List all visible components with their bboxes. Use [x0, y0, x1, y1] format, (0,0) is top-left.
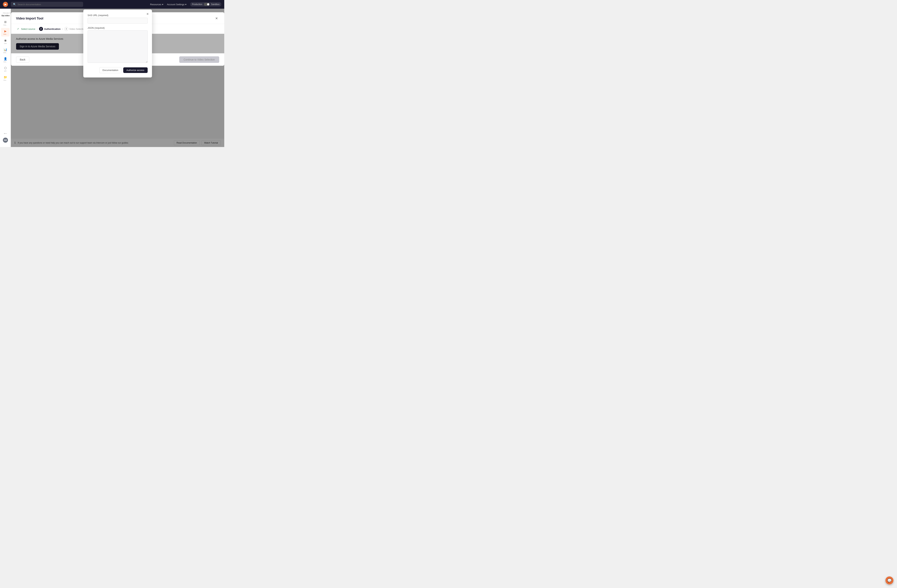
inner-dialog-overlay: ✕ SAS URL (required) JSON (required) Doc… [11, 34, 224, 53]
modal-close-button[interactable]: ✕ [214, 16, 219, 21]
sas-url-input[interactable] [88, 18, 148, 24]
search-input[interactable] [18, 3, 81, 6]
step-arrow-1: › [37, 27, 38, 31]
chevron-down-icon: ▾ [162, 3, 163, 6]
api-icon: ⬡ [4, 66, 7, 70]
sidebar: PROJECTS Api.video ⊞ Ove... ▶ Vide... ◉ … [0, 9, 11, 147]
step-1-label: Select source [21, 27, 35, 31]
top-nav: ▶ 🔍 Resources ▾ Account Settings ▾ Produ… [0, 0, 224, 9]
documentation-button[interactable]: Documentation [99, 67, 121, 73]
video-icon: ▶ [5, 29, 6, 33]
inner-dialog-close-button[interactable]: ✕ [145, 12, 150, 16]
top-nav-right: Resources ▾ Account Settings ▾ Productio… [150, 2, 221, 6]
collapse-icon: ⟵ [4, 132, 7, 135]
sidebar-item-live[interactable]: ◉ Live [1, 37, 9, 46]
sidebar-item-api[interactable]: ⬡ API [1, 65, 9, 73]
step-2: 2 Authentication [39, 27, 61, 31]
main-layout: PROJECTS Api.video ⊞ Ove... ▶ Vide... ◉ … [0, 9, 224, 147]
step-3-num: 3 [64, 27, 68, 31]
sidebar-bottom: ⟵ SM [0, 131, 11, 145]
avatar: SM [3, 137, 8, 143]
app-logo: ▶ [3, 2, 8, 7]
search-bar[interactable]: 🔍 [11, 2, 83, 7]
env-toggle[interactable] [204, 3, 210, 6]
sidebar-item-video[interactable]: ▶ Vide... [1, 28, 9, 37]
analytics-icon: 📊 [4, 48, 7, 51]
sidebar-item-analytics[interactable]: 📊 Ana... [1, 46, 9, 55]
projects-label: PROJECTS [2, 12, 9, 14]
search-icon: 🔍 [13, 3, 16, 6]
step-1: ✓ Select source [16, 27, 35, 31]
step-1-num: ✓ [16, 27, 20, 31]
authorize-access-button[interactable]: Authorize access [123, 67, 148, 73]
content-area: Video Import Tool ✕ ✓ Select source › [11, 9, 224, 147]
sidebar-item-projects[interactable]: 📁 Pro... [1, 74, 9, 82]
overview-icon: ⊞ [4, 20, 6, 24]
projects-icon: 📁 [4, 75, 7, 79]
collapse-nav-button[interactable]: ⟵ [3, 131, 8, 136]
back-button[interactable]: Back [16, 57, 29, 63]
inner-dialog-footer: Documentation Authorize access [88, 67, 148, 73]
project-name: Api.video [2, 14, 9, 18]
step-2-num: 2 [39, 27, 43, 31]
json-textarea[interactable] [88, 31, 148, 63]
env-switcher[interactable]: Production Sandbox [190, 2, 221, 6]
step-3: 3 Video Selection [64, 27, 86, 31]
users-icon: 👤 [4, 57, 7, 61]
json-label: JSON (required) [88, 26, 148, 29]
step-arrow-2: › [62, 27, 63, 31]
account-settings-menu[interactable]: Account Settings ▾ [167, 3, 187, 6]
modal-body: Authorize access to Azure Media Services… [11, 34, 224, 53]
sidebar-item-users[interactable]: 👤 Use... [1, 56, 9, 64]
sas-json-dialog: ✕ SAS URL (required) JSON (required) Doc… [83, 9, 152, 78]
sidebar-item-overview[interactable]: ⊞ Ove... [1, 19, 9, 27]
modal-overlay: Video Import Tool ✕ ✓ Select source › [11, 9, 224, 147]
continue-button: Continue to Video Selection [179, 57, 219, 63]
video-import-modal: Video Import Tool ✕ ✓ Select source › [11, 12, 224, 66]
resources-menu[interactable]: Resources ▾ [150, 3, 163, 6]
sas-url-label: SAS URL (required) [88, 14, 148, 17]
live-icon: ◉ [4, 39, 7, 42]
chevron-down-icon: ▾ [185, 3, 187, 6]
modal-title: Video Import Tool [16, 17, 43, 20]
step-2-label: Authentication [44, 27, 61, 31]
